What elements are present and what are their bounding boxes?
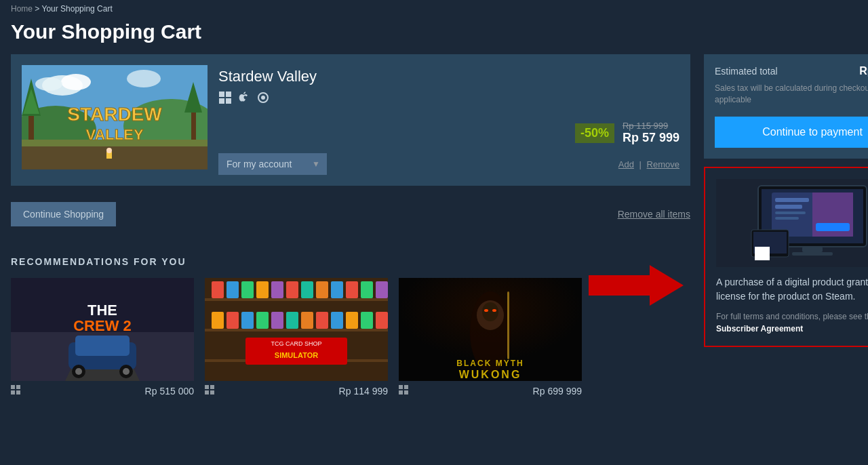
- svg-rect-60: [271, 312, 283, 329]
- continue-shopping-button[interactable]: Continue Shopping: [11, 202, 116, 226]
- svg-rect-98: [775, 211, 806, 214]
- rec-thumbnail-tcg: TCG CARD SHOP SIMULATOR: [205, 278, 388, 381]
- svg-text:VALLEY: VALLEY: [85, 126, 143, 143]
- svg-rect-28: [75, 336, 130, 356]
- svg-rect-71: [205, 385, 209, 389]
- account-dropdown-wrapper[interactable]: For my account ▼: [218, 153, 327, 175]
- svg-rect-50: [301, 281, 313, 298]
- list-item: THE CREW 2: [11, 278, 194, 401]
- svg-rect-96: [775, 198, 809, 202]
- rec-footer: Rp 515 000: [11, 381, 194, 401]
- rec-thumbnail-wukong: BLACK MYTH WUKONG: [399, 278, 582, 381]
- svg-rect-58: [241, 312, 254, 329]
- svg-rect-45: [226, 281, 239, 298]
- svg-rect-56: [212, 312, 224, 329]
- breadcrumb-current: Your Shopping Cart: [41, 4, 112, 14]
- game-thumbnail: STARDEW VALLEY: [22, 65, 208, 169]
- svg-text:SIMULATOR: SIMULATOR: [275, 351, 318, 359]
- info-text: A purchase of a digital product grants a…: [716, 275, 868, 304]
- svg-text:STARDEW: STARDEW: [67, 104, 162, 125]
- rec-footer: Rp 114 999: [205, 381, 388, 401]
- rec-price-crew2: Rp 515 000: [145, 386, 194, 397]
- svg-rect-48: [271, 281, 283, 298]
- svg-rect-54: [361, 281, 373, 298]
- list-item: TCG CARD SHOP SIMULATOR: [205, 278, 388, 401]
- rec-price-wukong: Rp 699 999: [533, 386, 582, 397]
- svg-point-81: [484, 309, 488, 312]
- svg-rect-8: [22, 146, 208, 169]
- svg-text:THE: THE: [87, 302, 117, 319]
- estimated-total-row: Estimated total Rp 57 999: [715, 65, 868, 77]
- game-title: Stardew Valley: [218, 68, 679, 85]
- svg-point-23: [261, 96, 265, 100]
- platform-icons: [218, 91, 679, 104]
- svg-rect-55: [376, 281, 388, 298]
- breadcrumb-home[interactable]: Home: [11, 4, 33, 14]
- svg-rect-80: [507, 291, 509, 359]
- svg-rect-62: [301, 312, 313, 329]
- final-price: Rp 57 999: [623, 131, 679, 145]
- svg-text:TCG CARD SHOP: TCG CARD SHOP: [271, 340, 321, 347]
- svg-rect-12: [191, 109, 196, 140]
- svg-rect-100: [816, 223, 850, 231]
- cart-actions: Continue Shopping Remove all items: [11, 197, 690, 232]
- estimated-value: Rp 57 999: [859, 65, 868, 77]
- svg-text:WUKONG: WUKONG: [459, 369, 522, 380]
- info-subtext: For full terms and conditions, please se…: [716, 310, 868, 335]
- svg-rect-51: [316, 281, 328, 298]
- breadcrumb: Home > Your Shopping Cart: [0, 0, 868, 18]
- svg-point-3: [35, 77, 62, 91]
- price-row: -50% Rp 115 999 Rp 57 999: [218, 121, 679, 145]
- svg-text:CREW 2: CREW 2: [73, 317, 132, 334]
- svg-rect-105: [755, 247, 770, 260]
- svg-rect-64: [331, 312, 343, 329]
- svg-point-32: [123, 368, 130, 375]
- svg-rect-42: [205, 329, 388, 331]
- remove-all-link[interactable]: Remove all items: [618, 209, 690, 220]
- windows-icon-small: [205, 385, 214, 397]
- rec-price-tcg: Rp 114 999: [339, 386, 388, 397]
- svg-rect-36: [16, 385, 20, 389]
- svg-rect-99: [775, 217, 799, 220]
- svg-rect-19: [226, 92, 231, 97]
- svg-rect-59: [256, 312, 269, 329]
- svg-rect-49: [286, 281, 298, 298]
- discount-badge: -50%: [575, 123, 614, 143]
- svg-text:BLACK MYTH: BLACK MYTH: [456, 359, 524, 368]
- windows-icon-small: [399, 385, 408, 397]
- mac-icon: [237, 91, 251, 104]
- info-box-image: [716, 179, 868, 267]
- svg-rect-61: [286, 312, 298, 329]
- svg-rect-63: [316, 312, 328, 329]
- svg-point-4: [127, 70, 161, 87]
- svg-point-31: [75, 368, 82, 375]
- original-price: Rp 115 999: [623, 121, 679, 131]
- svg-rect-73: [205, 390, 209, 395]
- svg-rect-85: [399, 385, 403, 389]
- rec-footer: Rp 699 999: [399, 381, 582, 401]
- account-dropdown[interactable]: For my account: [218, 153, 327, 175]
- svg-rect-88: [404, 390, 408, 395]
- svg-rect-46: [241, 281, 254, 298]
- steam-icon: [256, 91, 270, 104]
- svg-rect-44: [212, 281, 224, 298]
- red-arrow-icon: [589, 262, 684, 309]
- continue-payment-button[interactable]: Continue to payment: [715, 117, 868, 148]
- tax-note: Sales tax will be calculated during chec…: [715, 83, 868, 106]
- svg-rect-66: [361, 312, 373, 329]
- svg-rect-102: [792, 252, 833, 256]
- svg-rect-57: [226, 312, 239, 329]
- left-panel: STARDEW VALLEY Stardew Valley: [11, 54, 690, 401]
- svg-rect-21: [226, 98, 231, 104]
- estimated-label: Estimated total: [715, 66, 778, 77]
- svg-rect-35: [11, 385, 15, 389]
- bottom-area: RECOMMENDATIONS FOR YOU: [11, 235, 690, 401]
- svg-point-2: [61, 74, 91, 90]
- remove-link[interactable]: Remove: [647, 159, 679, 169]
- list-item: BLACK MYTH WUKONG: [399, 278, 582, 401]
- add-link[interactable]: Add: [618, 159, 634, 169]
- account-row: For my account ▼ Add | Remove: [218, 153, 679, 175]
- svg-rect-87: [399, 390, 403, 395]
- svg-marker-89: [589, 265, 684, 306]
- svg-rect-86: [404, 385, 408, 389]
